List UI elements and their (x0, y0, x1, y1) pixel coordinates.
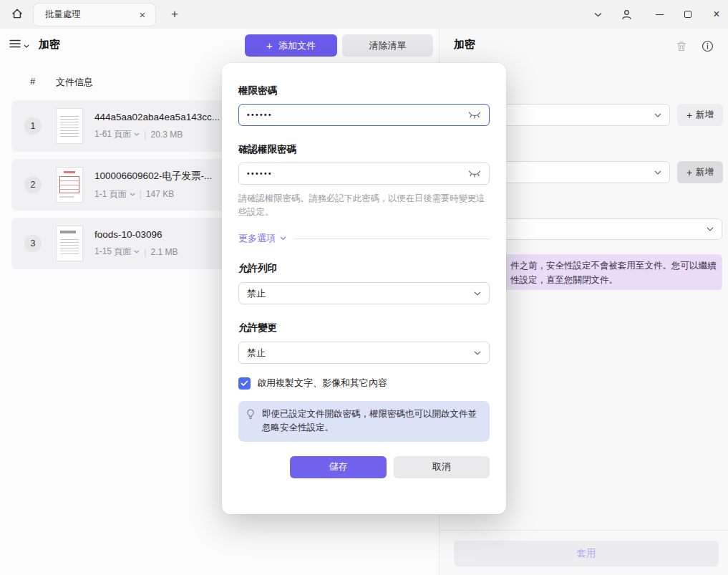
confirm-password-hint: 請確認權限密碼。請務必記下此密碼，以便在日後需要時變更這些設定。 (238, 192, 490, 219)
right-panel-title: 加密 (454, 38, 475, 52)
confirm-password-label: 確認權限密碼 (238, 143, 490, 156)
row-number-badge: 3 (24, 235, 42, 252)
column-header-index: # (30, 76, 35, 87)
home-icon (11, 7, 24, 22)
menu-button[interactable] (9, 39, 29, 50)
enable-copy-row: 啟用複製文字、影像和其它內容 (238, 377, 490, 390)
page-range-label: 1-15 頁面 (94, 246, 131, 258)
footer-divider (440, 530, 728, 531)
password-masked-value: •••••• (247, 111, 468, 119)
maximize-icon (684, 11, 691, 18)
security-note-line2: 性設定，直至您關閉文件。 (510, 273, 722, 287)
apply-button[interactable]: 套用 (454, 541, 719, 566)
eye-closed-icon[interactable] (468, 169, 481, 178)
confirm-password-input[interactable]: •••••• (238, 163, 490, 185)
more-options-link[interactable]: 更多選項 (238, 232, 286, 245)
column-header-file-info: 文件信息 (56, 76, 93, 89)
permission-password-label: 權限密碼 (238, 84, 490, 97)
info-icon[interactable] (698, 37, 717, 55)
clear-list-button[interactable]: 清除清單 (342, 34, 433, 57)
save-label: 儲存 (329, 460, 348, 473)
allow-print-label: 允許列印 (238, 262, 490, 275)
titlebar-chevron-down-icon[interactable] (588, 5, 607, 24)
row-number-badge: 2 (24, 176, 42, 193)
file-size: 2.1 MB (150, 247, 178, 257)
add-new-button[interactable]: + 新增 (677, 104, 723, 126)
file-name: 100006609602-电子发票-... (94, 170, 212, 183)
page-range-label: 1-1 頁面 (94, 188, 127, 200)
minimize-icon (656, 14, 664, 15)
more-options-row: 更多選項 (238, 232, 490, 245)
add-new-button[interactable]: + 新增 (677, 161, 723, 183)
divider: | (140, 189, 142, 199)
add-new-label: 新增 (696, 166, 714, 178)
file-info: 100006609602-电子发票-... 1-1 頁面 | 147 KB (94, 170, 212, 200)
checkmark-icon (241, 380, 248, 387)
minimize-button[interactable] (650, 5, 669, 24)
file-thumbnail (56, 226, 83, 261)
file-name: 444a5aa02aba4ea5a143cc... (94, 112, 220, 122)
eye-closed-icon[interactable] (468, 110, 481, 120)
page-range-dropdown[interactable]: 1-1 頁面 (94, 188, 135, 200)
user-account-icon[interactable] (617, 5, 636, 24)
page-range-label: 1-61 頁面 (94, 128, 131, 140)
chevron-down-icon (654, 170, 661, 175)
cancel-button[interactable]: 取消 (394, 456, 490, 478)
chevron-down-icon (474, 291, 481, 296)
chevron-down-icon (130, 193, 135, 196)
menu-chevron-down-icon (24, 39, 29, 50)
file-name: foods-10-03096 (94, 229, 178, 240)
add-files-button[interactable]: + 添加文件 (245, 34, 337, 57)
app-window: 批量處理 × + × 加密 + 添加文件 清除清單 (0, 0, 728, 575)
tab-close-icon[interactable]: × (135, 8, 150, 22)
left-panel-title: 加密 (39, 38, 60, 52)
hamburger-menu-icon (9, 39, 21, 50)
tab-label: 批量處理 (45, 9, 135, 21)
file-size: 20.3 MB (150, 130, 183, 140)
window-close-button[interactable]: × (707, 5, 726, 24)
allow-change-select[interactable]: 禁止 (238, 342, 490, 364)
clear-list-label: 清除清單 (369, 39, 407, 52)
divider: | (144, 130, 146, 140)
home-button[interactable] (6, 4, 28, 25)
allow-change-label: 允許變更 (238, 322, 490, 334)
allow-print-select[interactable]: 禁止 (238, 282, 490, 304)
chevron-down-icon (134, 250, 140, 253)
lightbulb-icon (246, 409, 255, 424)
more-options-label: 更多選項 (238, 232, 276, 245)
maximize-button[interactable] (679, 5, 697, 24)
file-info: foods-10-03096 1-15 頁面 | 2.1 MB (94, 229, 178, 258)
password-note-box: 即使已設定文件開啟密碼，權限密碼也可以開啟文件並忽略安全性設定。 (238, 401, 490, 442)
plus-icon: + (686, 168, 692, 178)
row-number-badge: 1 (24, 117, 42, 135)
file-thumbnail (56, 108, 83, 144)
page-range-dropdown[interactable]: 1-61 頁面 (94, 128, 140, 140)
chevron-down-icon (134, 132, 140, 136)
security-note-line1: 件之前，安全性設定不會被套用至文件。您可以繼續 (510, 258, 722, 273)
file-thumbnail (56, 167, 83, 203)
tab-batch-process[interactable]: 批量處理 × (33, 3, 156, 26)
allow-change-value: 禁止 (247, 347, 266, 359)
dialog-buttons: 儲存 取消 (238, 456, 490, 478)
chevron-down-icon (707, 227, 714, 231)
divider: | (144, 247, 146, 257)
add-files-label: 添加文件 (278, 39, 316, 52)
chevron-down-icon (280, 236, 286, 241)
file-size: 147 KB (146, 189, 174, 199)
allow-print-value: 禁止 (247, 287, 266, 300)
enable-copy-checkbox[interactable] (238, 377, 251, 390)
add-new-label: 新增 (696, 109, 714, 121)
trash-icon[interactable] (672, 37, 691, 55)
titlebar: 批量處理 × + × (0, 0, 728, 29)
cancel-label: 取消 (432, 460, 451, 473)
page-range-dropdown[interactable]: 1-15 頁面 (94, 246, 140, 258)
new-tab-button[interactable]: + (166, 6, 183, 23)
section-divider (293, 238, 490, 239)
permission-password-dialog: 權限密碼 •••••• 確認權限密碼 •••••• 請確認權限密碼。請務必記下此… (222, 63, 506, 514)
plus-icon: + (266, 40, 273, 51)
apply-label: 套用 (577, 547, 596, 560)
plus-icon: + (686, 110, 692, 120)
chevron-down-icon (474, 351, 481, 355)
permission-password-input[interactable]: •••••• (238, 104, 490, 126)
save-button[interactable]: 儲存 (290, 456, 387, 478)
